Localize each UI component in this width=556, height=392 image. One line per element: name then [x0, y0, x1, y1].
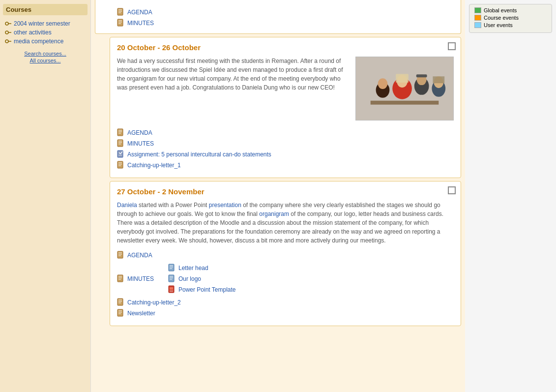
svg-rect-45: [118, 255, 121, 256]
svg-point-0: [5, 22, 8, 25]
legend-item-user: User events: [474, 22, 547, 28]
sidebar-item-other-activities[interactable]: other activities: [3, 28, 88, 37]
svg-rect-47: [118, 276, 122, 277]
svg-rect-33: [118, 141, 122, 142]
global-events-color: [474, 7, 481, 13]
svg-rect-52: [170, 267, 173, 268]
list-item: Assignment: 5 personal intercultural can…: [117, 150, 454, 159]
section-1-partial: AGENDA MINUTES: [95, 0, 461, 34]
main-content: AGENDA MINUTES 2 20 October - 26 October: [91, 0, 465, 392]
svg-rect-8: [118, 11, 122, 12]
svg-rect-16: [371, 101, 439, 105]
list-item: Our logo: [168, 274, 454, 283]
list-item: MINUTES Letter head: [117, 262, 454, 296]
course-events-color: [474, 15, 481, 21]
list-item: AGENDA: [117, 128, 454, 137]
section-2: 20 October - 26 October: [110, 37, 461, 178]
svg-rect-62: [118, 300, 122, 301]
sidebar-item-2004-winter[interactable]: 2004 winter semester: [3, 19, 88, 28]
minutes-3-link[interactable]: MINUTES: [127, 275, 154, 282]
user-events-label: User events: [484, 22, 513, 28]
letterhead-link[interactable]: Letter head: [178, 265, 208, 271]
section-3-header: 27 October - 2 November: [117, 187, 454, 196]
catching-up-2-link[interactable]: Catching-up-letter_2: [127, 299, 181, 306]
doc-icon: [117, 298, 125, 307]
list-item: MINUTES: [117, 139, 454, 148]
section-3-checkbox[interactable]: [448, 186, 456, 194]
ppt-template-link[interactable]: Power Point Template: [178, 286, 236, 293]
svg-rect-39: [118, 162, 122, 163]
doc-icon: [117, 274, 125, 283]
section-3-body: Daniela started with a Power Point prese…: [117, 201, 454, 245]
svg-rect-40: [118, 164, 122, 165]
svg-rect-43: [118, 252, 122, 253]
sidebar-links: Search courses... All courses...: [3, 51, 88, 63]
svg-rect-9: [118, 12, 121, 13]
legend-box: Global events Course events User events: [469, 4, 552, 33]
list-item: Catching-up-letter_1: [117, 161, 454, 170]
assignment-2-link[interactable]: Assignment: 5 personal intercultural can…: [127, 151, 271, 158]
section-3: 27 October - 2 November Daniela started …: [110, 181, 461, 326]
tree-node-icon: [5, 20, 12, 27]
global-events-label: Global events: [484, 7, 517, 13]
search-courses-link[interactable]: Search courses...: [24, 51, 66, 57]
svg-rect-60: [170, 291, 173, 292]
svg-rect-27: [433, 76, 444, 83]
minutes-1-link[interactable]: MINUTES: [127, 20, 154, 27]
svg-rect-24: [416, 74, 427, 77]
letterhead-icon: [168, 264, 176, 272]
presentation-link[interactable]: presentation: [209, 202, 241, 209]
section-2-wrapper: 2 20 October - 26 October: [91, 37, 465, 178]
newsletter-link[interactable]: Newsletter: [127, 310, 155, 317]
agenda-3-link[interactable]: AGENDA: [127, 252, 152, 259]
svg-rect-48: [118, 277, 122, 278]
svg-rect-55: [170, 276, 173, 277]
minutes-3-subitems: Letter head Our logo: [156, 264, 454, 296]
all-courses-link[interactable]: All courses...: [30, 58, 61, 63]
svg-rect-53: [170, 268, 172, 269]
svg-point-4: [5, 40, 8, 43]
list-item: Power Point Template: [168, 285, 454, 294]
svg-point-2: [5, 31, 8, 34]
section-2-resource-list: AGENDA MINUTES: [117, 128, 454, 170]
agenda-1-link[interactable]: AGENDA: [127, 9, 152, 16]
doc-icon: [117, 309, 125, 318]
tree-node-icon-2: [5, 29, 12, 36]
svg-rect-51: [170, 265, 173, 266]
list-item: AGENDA: [117, 8, 454, 17]
svg-point-18: [378, 78, 388, 89]
svg-rect-56: [170, 277, 173, 278]
agenda-2-link[interactable]: AGENDA: [127, 129, 152, 136]
sidebar-item-media-competence[interactable]: media competence: [3, 37, 88, 46]
daniela-link[interactable]: Daniela: [117, 202, 137, 209]
tree-node-icon-3: [5, 38, 12, 45]
legend-item-course: Course events: [474, 15, 547, 21]
svg-rect-68: [118, 313, 121, 314]
sidebar-title: Courses: [3, 4, 88, 15]
user-events-color: [474, 22, 481, 28]
doc-icon: [117, 8, 125, 17]
section-1-resource-list: AGENDA MINUTES: [117, 8, 454, 28]
svg-rect-67: [118, 312, 122, 313]
minutes-2-link[interactable]: MINUTES: [127, 140, 154, 147]
svg-rect-37: [118, 155, 122, 155]
section-2-header: 20 October - 26 October: [117, 43, 454, 52]
list-item: Catching-up-letter_2: [117, 298, 454, 307]
list-item: MINUTES: [117, 19, 454, 28]
svg-rect-41: [118, 165, 121, 166]
doc-icon: [117, 19, 125, 28]
svg-rect-29: [118, 130, 122, 131]
section-3-resource-list: AGENDA MINUTES: [117, 251, 454, 318]
svg-rect-63: [118, 301, 122, 302]
doc-icon: [117, 161, 125, 170]
ppt-icon: [168, 285, 176, 294]
svg-rect-49: [118, 279, 121, 280]
svg-rect-66: [118, 310, 122, 311]
section-2-checkbox[interactable]: [448, 42, 456, 50]
organigram-link[interactable]: organigram: [259, 211, 289, 217]
doc-icon: [117, 251, 125, 260]
catching-up-1-link[interactable]: Catching-up-letter_1: [127, 162, 181, 169]
svg-rect-57: [170, 279, 172, 280]
our-logo-link[interactable]: Our logo: [178, 275, 201, 282]
list-item: AGENDA: [117, 251, 454, 260]
